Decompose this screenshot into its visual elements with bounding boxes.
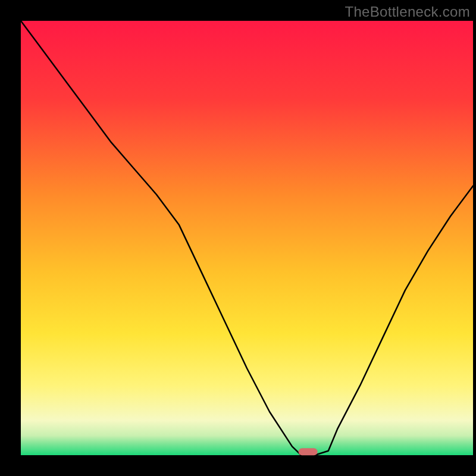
optimal-marker (299, 448, 318, 455)
bottleneck-chart (0, 0, 476, 476)
chart-frame: TheBottleneck.com (0, 0, 476, 476)
chart-background-gradient (21, 21, 473, 455)
watermark-text: TheBottleneck.com (345, 4, 470, 20)
